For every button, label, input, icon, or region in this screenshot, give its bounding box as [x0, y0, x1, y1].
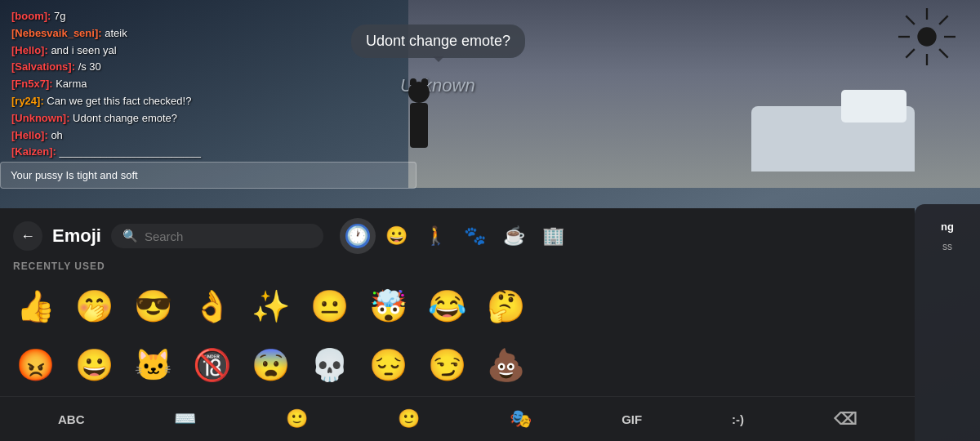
keyboard-icon: ⌨️ [174, 408, 196, 430]
search-icon: 🔍 [122, 229, 138, 243]
emoji-cell[interactable]: 🐱 [124, 337, 181, 393]
category-bar: 🕐 😀 🚶 🐾 ☕ 🏢 [340, 218, 572, 254]
svg-point-8 [917, 27, 936, 46]
sun-decoration [898, 8, 956, 65]
bottom-sticker[interactable]: 🙂 [390, 403, 428, 434]
bottom-gif2[interactable]: 🎭 [501, 403, 540, 434]
chat-lines: [boom]: 7g[Nebesvaik_seni]: ateik[Hello]… [11, 8, 315, 161]
emoji-panel: ← Emoji 🔍 🕐 😀 🚶 🐾 ☕ 🏢 RECENTLY USED 👍🤭😎👌… [0, 208, 915, 441]
right-text-ss: ss [942, 241, 952, 252]
bed-pillow [841, 90, 906, 122]
emoji-cell[interactable]: 🤭 [65, 278, 122, 334]
chat-line: [ry24]: Can we get this fact checked!? [11, 93, 315, 110]
emoji-cell[interactable]: 😔 [359, 337, 416, 393]
emoji-cell[interactable]: 😡 [7, 337, 64, 393]
emoji-cell[interactable]: 🤯 [359, 278, 416, 334]
emoji-cell[interactable]: 😎 [124, 278, 181, 334]
emoji-cell[interactable]: 💩 [477, 337, 534, 393]
emoji-cell[interactable]: 🔞 [183, 337, 240, 393]
emoji-cell[interactable]: 💀 [301, 337, 358, 393]
chat-line: [Nebesvaik_seni]: ateik [11, 25, 315, 42]
emoji-cell[interactable]: 😐 [301, 278, 358, 334]
chat-line: [Hello]: and i seen yal [11, 42, 315, 60]
category-animals[interactable]: 🐾 [457, 218, 493, 254]
emoji-cell[interactable]: 👍 [7, 278, 64, 334]
bottom-delete[interactable]: ⌫ [826, 404, 865, 434]
category-recent[interactable]: 🕐 [340, 218, 376, 254]
chat-line: [Unknown]: Udont change emote? [11, 110, 315, 127]
emoji-grid-row2: 😡😀🐱🔞😨💀😔😏💩 [0, 337, 915, 396]
emoji-cell[interactable]: 🤔 [477, 278, 534, 334]
right-text-ng: ng [941, 220, 954, 233]
emoji-title: Emoji [52, 225, 101, 247]
svg-line-6 [939, 16, 948, 24]
bottom-text-emoji[interactable]: :-) [724, 408, 752, 431]
emoji-cell[interactable]: 👌 [183, 278, 240, 334]
emoji-search-container: 🔍 [111, 224, 323, 248]
svg-line-4 [906, 16, 915, 24]
chat-input-bar: Your pussy Is tight and soft [0, 162, 416, 189]
emoji-cell[interactable]: 😏 [418, 337, 475, 393]
category-smileys[interactable]: 😀 [379, 218, 415, 254]
delete-icon: ⌫ [834, 409, 857, 429]
emoji-cell[interactable]: ✨ [242, 278, 299, 334]
right-panel: ng ss [915, 204, 980, 441]
emoji-cell[interactable]: 😀 [65, 337, 122, 393]
emoji-cell[interactable]: 😨 [242, 337, 299, 393]
chat-overlay: [boom]: 7g[Nebesvaik_seni]: ateik[Hello]… [0, 0, 327, 169]
gif2-icon: 🎭 [510, 408, 532, 430]
svg-line-7 [906, 49, 915, 58]
bottom-bar: ABC ⌨️ 🙂 🙂 🎭 GIF :-) ⌫ [0, 396, 915, 441]
section-label: RECENTLY USED [0, 254, 915, 275]
recent-icon: 🕐 [345, 224, 370, 248]
back-button[interactable]: ← [13, 221, 42, 251]
bottom-abc[interactable]: ABC [50, 408, 93, 431]
emoji-grid-row1: 👍🤭😎👌✨😐🤯😂🤔 [0, 275, 915, 337]
character-silhouette [408, 82, 430, 148]
search-input[interactable] [145, 229, 312, 243]
chat-line: [Kaizen]: ________________________ [11, 144, 315, 161]
emoji-icon: 🙂 [286, 408, 308, 430]
bottom-emoji[interactable]: 🙂 [278, 403, 316, 434]
sticker-icon: 🙂 [398, 408, 420, 430]
category-people[interactable]: 🚶 [418, 218, 454, 254]
svg-line-5 [939, 49, 948, 58]
emoji-header: ← Emoji 🔍 🕐 😀 🚶 🐾 ☕ 🏢 [0, 208, 915, 254]
chat-line: [Fn5x7]: Karma [11, 76, 315, 93]
chat-line: [Hello]: oh [11, 127, 315, 145]
emoji-cell[interactable]: 😂 [418, 278, 475, 334]
chat-line: [boom]: 7g [11, 8, 315, 25]
chat-line: [Salvations]: /s 30 [11, 59, 315, 76]
bottom-gif[interactable]: GIF [613, 408, 650, 431]
category-travel[interactable]: 🏢 [536, 218, 572, 254]
bottom-keyboard[interactable]: ⌨️ [166, 403, 204, 434]
speech-bubble: Udont change emote? [351, 24, 525, 58]
category-food[interactable]: ☕ [497, 218, 532, 254]
